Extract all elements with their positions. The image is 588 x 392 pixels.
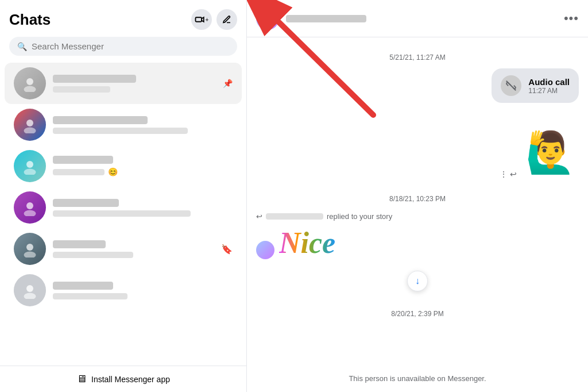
monitor-icon: 🖥 [76,373,87,385]
chat-name-4 [53,199,119,207]
reply-name-blurred [266,213,323,220]
new-video-button[interactable]: + [191,9,212,30]
avatar-1 [14,67,46,99]
sidebar: Chats + 🔍 [0,0,247,392]
audio-call-icon [501,75,521,96]
more-options-button[interactable]: ••• [564,11,579,26]
avatar-5 [14,233,46,265]
svg-point-12 [24,293,36,299]
svg-point-2 [24,86,36,93]
search-bar[interactable]: 🔍 [9,37,237,56]
chat-preview-4 [53,210,191,217]
message-row-audio: Audio call 11:27 AM [256,68,579,103]
chat-meta-5: 🔖 [221,244,233,255]
vertical-dots-icon[interactable]: ⋮ [500,170,508,179]
avatar-6 [14,274,46,306]
svg-point-8 [24,210,36,217]
audio-call-info: Audio call 11:27 AM [528,77,570,95]
svg-point-5 [26,161,33,168]
scroll-down-area: ↓ [256,268,579,294]
chat-preview-6 [53,293,127,299]
reply-text: replied to your story [327,212,392,221]
compose-button[interactable] [216,9,237,30]
avatar-2 [14,109,46,141]
svg-point-3 [26,120,33,126]
sidebar-title: Chats [9,11,51,29]
bookmark-icon: 🔖 [221,244,233,255]
header-name [286,15,366,22]
chat-info-4 [53,199,233,217]
chat-preview-3 [53,169,105,175]
svg-point-13 [265,14,271,20]
sidebar-actions: + [191,9,237,30]
header-avatar[interactable] [256,7,279,30]
chat-item-2[interactable] [5,104,242,145]
chat-item-6[interactable] [5,270,242,311]
install-footer[interactable]: 🖥 Install Messenger app [0,366,246,392]
chat-item-4[interactable] [5,187,242,228]
audio-call-bubble: Audio call 11:27 AM [492,68,579,103]
video-icon [195,14,205,25]
chat-header: ••• [247,0,588,37]
svg-point-10 [24,252,36,258]
chat-name-2 [53,116,148,124]
reply-arrow-icon: ↩ [256,212,262,221]
plus-label: + [206,17,209,23]
avatar-4 [14,191,46,224]
sticker-waving: 🙋‍♂️ [521,124,579,181]
chat-info-3: 😊 [53,156,233,176]
chat-preview-5 [53,252,133,258]
chat-panel: ••• 5/21/21, 11:27 AM A [247,0,588,392]
chat-name-3 [53,156,113,164]
sidebar-header: Chats + [0,0,246,34]
svg-rect-0 [195,17,202,22]
date-divider-4: 8/20/21, 2:39 PM [256,310,579,318]
svg-point-6 [24,169,36,175]
chat-preview-2 [53,128,188,134]
nice-sticker: Nice [279,226,335,259]
chat-name-5 [53,240,106,248]
search-icon: 🔍 [17,42,27,51]
msg-avatar-sm [256,241,274,259]
chat-info-5 [53,240,214,258]
svg-point-9 [26,244,33,251]
reply-action-icon[interactable]: ↩ [510,170,517,179]
chat-name-1 [53,75,136,83]
svg-point-11 [26,285,33,292]
date-divider-1: 5/21/21, 11:27 AM [256,53,579,62]
svg-point-1 [26,78,33,85]
avatar-3 [14,150,46,182]
svg-point-14 [262,20,273,25]
phone-slash-icon [506,80,516,91]
search-input[interactable] [32,41,229,51]
message-row-nice: Nice [256,226,579,259]
scroll-down-button[interactable]: ↓ [407,271,428,291]
messages-area[interactable]: 5/21/21, 11:27 AM Audio call 11:27 AM [247,37,588,370]
chat-list: 📌 😊 [0,63,246,366]
chat-meta-1: 📌 [223,79,233,88]
sticker-row-1: ⋮ ↩ 🙋‍♂️ [256,124,579,181]
message-actions-1: ⋮ ↩ [500,170,517,179]
down-arrow-icon: ↓ [415,276,420,286]
chat-footer-status: This person is unavailable on Messenger. [247,370,588,392]
svg-point-4 [24,128,36,134]
chat-info-6 [53,282,233,299]
chat-item-3[interactable]: 😊 [5,145,242,187]
svg-point-7 [26,202,33,209]
search-container: 🔍 [0,34,246,63]
chat-item-5[interactable]: 🔖 [5,228,242,270]
chat-info-2 [53,116,233,134]
chat-preview-1 [53,86,110,93]
audio-call-label: Audio call [528,77,570,87]
date-divider-3: 8/18/21, 10:23 PM [256,195,579,203]
chat-panel-wrapper: ••• 5/21/21, 11:27 AM A [247,0,588,392]
compose-icon [222,15,231,24]
chat-info-1 [53,75,216,93]
chat-item-1[interactable]: 📌 [5,63,242,104]
audio-call-time: 11:27 AM [528,87,570,95]
story-reply-row: ↩ replied to your story [256,212,579,221]
footer-label: Install Messenger app [91,375,170,384]
more-dots-icon: ••• [564,11,579,25]
pin-icon-1: 📌 [223,79,233,88]
chat-name-6 [53,282,113,290]
